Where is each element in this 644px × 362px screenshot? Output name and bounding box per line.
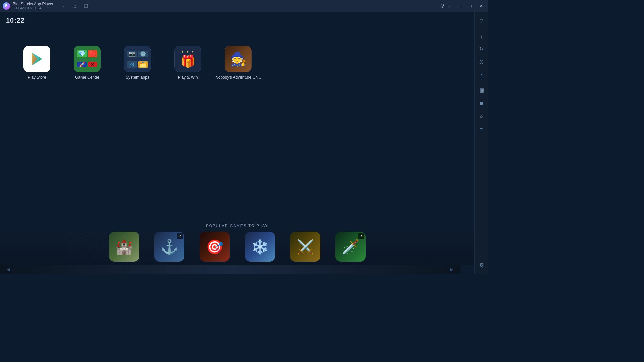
sidebar-crop-icon[interactable]: ⊡ bbox=[476, 69, 487, 80]
titlebar-app-info: BlueStacks App Player 5.11.42.1002 · P64 bbox=[13, 2, 53, 10]
maximize-button[interactable]: □ bbox=[466, 2, 475, 10]
system-apps-label: System apps bbox=[126, 75, 149, 80]
sidebar-record-icon[interactable]: ⏺ bbox=[476, 97, 487, 109]
play-win-icon: ✦ ✦ ✦ 🎁 bbox=[174, 46, 201, 72]
app-version: 5.11.42.1002 · P64 bbox=[13, 6, 53, 10]
system-apps-icon: 📷 ⚙️ ⊙ 🗂️ bbox=[124, 46, 151, 72]
play-store-icon bbox=[23, 46, 50, 72]
app-play-store[interactable]: Play Store bbox=[20, 46, 54, 80]
popular-title: POPULAR GAMES TO PLAY bbox=[0, 224, 474, 228]
clock-display: 10:22 bbox=[6, 17, 25, 24]
app-nobodys-adventure[interactable]: 🧙 Nobody's Adventure Ch... bbox=[221, 46, 255, 80]
minimize-button[interactable]: ─ bbox=[455, 2, 464, 10]
dragonheir-thumb: 🏰 bbox=[109, 232, 139, 262]
app-grid: Play Store 💎 🔴 🚀 ✕ Game Center 📷 ⚙️ ⊙ bbox=[20, 46, 255, 80]
next-arrow[interactable]: ▶ bbox=[450, 267, 453, 272]
sidebar-help-icon[interactable]: ? bbox=[476, 15, 487, 26]
sidebar-target-icon[interactable]: ◎ bbox=[476, 56, 487, 67]
app-game-center[interactable]: 💎 🔴 🚀 ✕ Game Center bbox=[70, 46, 104, 80]
popular-section: POPULAR GAMES TO PLAY 🏰 Dragonheir: Sile… bbox=[0, 220, 474, 274]
right-sidebar: ? ↑ ↻ ◎ ⊡ ▣ ⏺ ⌕ ⊟ ⚙ bbox=[474, 12, 488, 274]
main-container: 10:22 bbox=[0, 12, 488, 274]
sidebar-upload-icon[interactable]: ↑ bbox=[476, 31, 487, 42]
sidebar-divider-1 bbox=[478, 28, 486, 28]
play-win-label: Play & Win bbox=[178, 75, 198, 80]
menu-icon[interactable]: ≡ bbox=[448, 3, 451, 9]
window-button[interactable]: ❐ bbox=[82, 2, 90, 10]
titlebar-left: B BlueStacks App Player 5.11.42.1002 · P… bbox=[3, 2, 90, 10]
app-title: BlueStacks App Player bbox=[13, 2, 53, 6]
home-button[interactable]: ⌂ bbox=[71, 2, 79, 10]
sidebar-settings-icon[interactable]: ⚙ bbox=[476, 259, 487, 271]
game-center-label: Game Center bbox=[75, 75, 99, 80]
nobodys-adventure-icon: 🧙 bbox=[225, 46, 252, 72]
center-area: 10:22 bbox=[0, 12, 474, 274]
sidebar-stack-icon[interactable]: ⊟ bbox=[476, 123, 487, 134]
right-arrows: ▶ bbox=[450, 267, 453, 272]
titlebar-icons: ? ≡ bbox=[441, 3, 451, 9]
sidebar-divider-2 bbox=[478, 82, 486, 82]
window-controls: ? ≡ ─ □ ✕ bbox=[441, 2, 486, 10]
raid-ext-badge: ↗ bbox=[358, 233, 364, 239]
sidebar-rotate-icon[interactable]: ↻ bbox=[476, 43, 487, 55]
warships-thumb: ⚓ ↗ bbox=[154, 232, 184, 262]
prev-arrow[interactable]: ◀ bbox=[7, 267, 10, 272]
bottom-strip: ◀ ▶ bbox=[0, 265, 460, 274]
sidebar-divider-3 bbox=[478, 257, 486, 257]
raid-thumb: 🗡️ ↗ bbox=[335, 232, 366, 262]
titlebar: B BlueStacks App Player 5.11.42.1002 · P… bbox=[0, 0, 488, 12]
back-button[interactable]: ← bbox=[60, 2, 69, 10]
bloodstrike-thumb: 🎯 bbox=[200, 232, 230, 262]
warships-ext-badge: ↗ bbox=[177, 233, 183, 239]
sidebar-screenshot-icon[interactable]: ▣ bbox=[476, 84, 487, 96]
close-button[interactable]: ✕ bbox=[476, 2, 486, 10]
app-system-apps[interactable]: 📷 ⚙️ ⊙ 🗂️ System apps bbox=[121, 46, 154, 80]
play-store-label: Play Store bbox=[28, 75, 46, 80]
titlebar-nav: ← ⌂ ❐ bbox=[60, 2, 90, 10]
lords-thumb: ⚔️ bbox=[290, 232, 320, 262]
help-icon[interactable]: ? bbox=[441, 3, 444, 9]
bluestacks-logo: B bbox=[3, 2, 10, 10]
game-center-icon: 💎 🔴 🚀 ✕ bbox=[74, 46, 101, 72]
app-play-win[interactable]: ✦ ✦ ✦ 🎁 Play & Win bbox=[171, 46, 205, 80]
nobodys-adventure-label: Nobody's Adventure Ch... bbox=[215, 75, 261, 80]
whiteout-thumb: ❄️ bbox=[245, 232, 275, 262]
left-arrows: ◀ bbox=[7, 267, 10, 272]
sidebar-search-icon[interactable]: ⌕ bbox=[476, 110, 487, 121]
